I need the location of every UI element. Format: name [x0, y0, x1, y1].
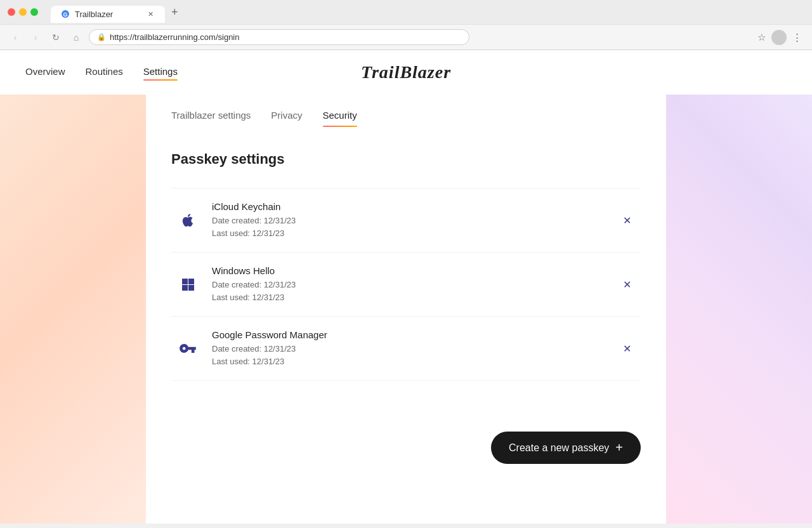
passkey-name-google: Google Password Manager: [212, 329, 605, 340]
nav-overview[interactable]: Overview: [25, 66, 65, 79]
svg-rect-5: [188, 285, 194, 291]
passkey-meta-google: Date created: 12/31/23 Last used: 12/31/…: [212, 343, 605, 367]
svg-rect-4: [182, 285, 188, 291]
tab-close-button[interactable]: ✕: [146, 10, 155, 18]
settings-container: Trailblazer settings Privacy Security Pa…: [146, 95, 666, 524]
delete-windows-button[interactable]: ✕: [618, 275, 636, 293]
tab-trailblazer-settings[interactable]: Trailblazer settings: [171, 110, 251, 126]
title-bar: G Trailblazer ✕ +: [0, 0, 812, 24]
delete-icloud-button[interactable]: ✕: [618, 211, 636, 229]
passkey-name-windows: Windows Hello: [212, 265, 605, 276]
brand-logo: TrailBlazer: [361, 62, 451, 82]
nav-settings[interactable]: Settings: [143, 66, 178, 79]
minimize-button[interactable]: [19, 8, 27, 16]
lock-icon: 🔒: [97, 33, 106, 41]
user-avatar[interactable]: [771, 30, 787, 45]
tab-title: Trailblazer: [75, 10, 113, 19]
address-bar-row: ‹ › ↻ ⌂ 🔒 https://trailblazerrunning.com…: [0, 24, 812, 50]
passkey-item-windows: Windows Hello Date created: 12/31/23 Las…: [171, 253, 641, 317]
address-bar[interactable]: 🔒 https://trailblazerrunning.com/signin: [89, 29, 469, 45]
passkey-name-icloud: iCloud Keychain: [212, 201, 605, 212]
nav-links: Overview Routines Settings: [25, 66, 178, 79]
tab-security[interactable]: Security: [323, 110, 357, 126]
passkey-info-google: Google Password Manager Date created: 12…: [212, 329, 605, 367]
passkey-section-title: Passkey settings: [171, 151, 641, 168]
passkey-list: iCloud Keychain Date created: 12/31/23 L…: [171, 188, 641, 381]
bookmark-button[interactable]: ☆: [754, 30, 769, 45]
main-nav: Overview Routines Settings TrailBlazer: [0, 50, 812, 95]
passkey-meta-icloud: Date created: 12/31/23 Last used: 12/31/…: [212, 214, 605, 239]
passkey-info-windows: Windows Hello Date created: 12/31/23 Las…: [212, 265, 605, 303]
create-passkey-label: Create a new passkey: [509, 442, 609, 454]
traffic-lights: [8, 8, 38, 16]
home-button[interactable]: ⌂: [69, 30, 84, 45]
passkey-section: Passkey settings iCloud Keychain Date cr…: [171, 126, 641, 464]
tab-favicon: G: [61, 10, 70, 18]
back-button[interactable]: ‹: [8, 30, 23, 45]
apple-icon: [176, 209, 199, 232]
new-tab-button[interactable]: +: [165, 2, 185, 23]
maximize-button[interactable]: [30, 8, 38, 16]
create-passkey-button[interactable]: Create a new passkey +: [491, 432, 641, 464]
url-text: https://trailblazerrunning.com/signin: [110, 32, 240, 42]
settings-tabs: Trailblazer settings Privacy Security: [171, 95, 641, 126]
footer-actions: Create a new passkey +: [171, 406, 641, 464]
svg-rect-2: [182, 279, 188, 284]
windows-icon: [176, 273, 199, 296]
forward-button[interactable]: ›: [28, 30, 43, 45]
key-icon: [176, 337, 199, 360]
passkey-item-icloud: iCloud Keychain Date created: 12/31/23 L…: [171, 188, 641, 253]
page-wrapper: Overview Routines Settings TrailBlazer T…: [0, 50, 812, 524]
svg-rect-3: [188, 279, 194, 284]
browser-chrome: G Trailblazer ✕ + ‹ › ↻ ⌂ 🔒 https://trai…: [0, 0, 812, 50]
svg-text:G: G: [63, 11, 67, 18]
menu-button[interactable]: ⋮: [789, 30, 804, 45]
active-tab[interactable]: G Trailblazer ✕: [51, 6, 165, 23]
passkey-item-google: Google Password Manager Date created: 12…: [171, 317, 641, 381]
browser-actions: ☆ ⋮: [754, 30, 804, 45]
tab-bar: G Trailblazer ✕ +: [43, 2, 192, 23]
bg-gradient-right: [666, 50, 812, 524]
refresh-button[interactable]: ↻: [48, 30, 63, 45]
nav-routines[interactable]: Routines: [86, 66, 123, 79]
passkey-meta-windows: Date created: 12/31/23 Last used: 12/31/…: [212, 279, 605, 303]
close-button[interactable]: [8, 8, 15, 16]
delete-google-button[interactable]: ✕: [618, 340, 636, 357]
bg-gradient-left: [0, 50, 146, 524]
plus-icon: +: [615, 440, 623, 455]
tab-privacy[interactable]: Privacy: [271, 110, 302, 126]
passkey-info-icloud: iCloud Keychain Date created: 12/31/23 L…: [212, 201, 605, 239]
